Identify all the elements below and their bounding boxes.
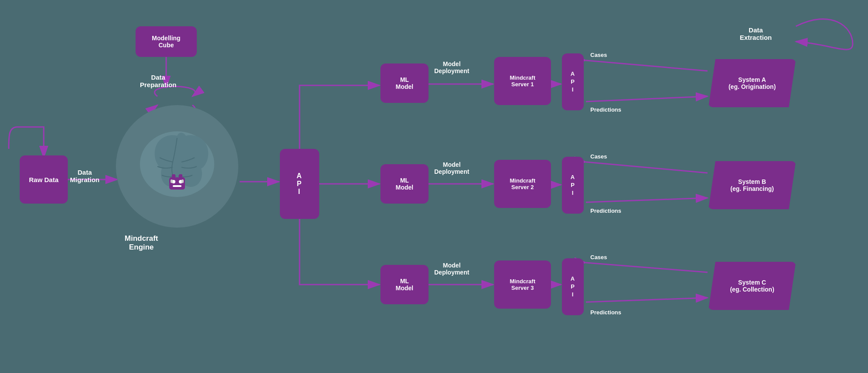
- svg-line-17: [586, 298, 708, 302]
- modelling-cube-box: ModellingCube: [136, 26, 197, 57]
- modelling-cube-label: ModellingCube: [152, 35, 180, 49]
- system-a-label: System A(eg. Origination): [729, 76, 776, 90]
- api-center-box: API: [280, 149, 319, 219]
- svg-line-14: [586, 263, 708, 272]
- mc-server-3-label: MindcraftServer 3: [510, 278, 536, 291]
- api-side-2-label: API: [571, 173, 575, 197]
- raw-data-label: Raw Data: [29, 176, 59, 183]
- mc-server-1-label: MindcraftServer 1: [510, 74, 536, 88]
- mc-server-1-box: MindcraftServer 1: [494, 57, 551, 105]
- ml-model-3-label: MLModel: [396, 278, 413, 292]
- diagram-container: Raw Data ModellingCube DataPreparation: [0, 0, 868, 373]
- system-c-box: System C(eg. Collection): [708, 262, 796, 310]
- svg-rect-19: [169, 177, 185, 190]
- svg-rect-20: [172, 174, 175, 179]
- brain-circle: [116, 105, 238, 228]
- data-migration-label: DataMigration: [70, 169, 100, 183]
- svg-rect-24: [173, 185, 181, 187]
- cases-2-label: Cases: [590, 153, 607, 160]
- ml-model-3-box: MLModel: [380, 265, 429, 304]
- raw-data-box: Raw Data: [20, 155, 68, 204]
- model-deployment-1-label: ModelDeployment: [434, 60, 469, 74]
- cases-1-label: Cases: [590, 52, 607, 58]
- svg-rect-26: [181, 179, 184, 183]
- system-b-label: System B(eg. Financing): [730, 178, 774, 192]
- cases-3-label: Cases: [590, 254, 607, 260]
- mindcraft-engine-label: MindcraftEngine: [125, 234, 158, 252]
- svg-rect-25: [171, 179, 173, 183]
- system-a-box: System A(eg. Origination): [708, 59, 796, 107]
- mc-server-2-label: MindcraftServer 2: [510, 177, 536, 190]
- svg-line-12: [586, 60, 708, 71]
- api-center-label: API: [296, 172, 303, 196]
- ml-model-2-box: MLModel: [380, 164, 429, 204]
- data-preparation-label: DataPreparation: [140, 74, 176, 88]
- brain-icon: [133, 127, 221, 206]
- system-b-box: System B(eg. Financing): [708, 161, 796, 209]
- predictions-2-label: Predictions: [590, 208, 621, 214]
- predictions-3-label: Predictions: [590, 309, 621, 316]
- model-deployment-3-label: ModelDeployment: [434, 262, 469, 276]
- api-side-2-box: API: [562, 157, 584, 214]
- api-side-3-box: API: [562, 258, 584, 315]
- api-side-1-box: API: [562, 53, 584, 110]
- svg-rect-21: [179, 174, 182, 179]
- api-side-3-label: API: [571, 275, 575, 299]
- data-extraction-label: DataExtraction: [740, 26, 772, 41]
- ml-model-2-label: MLModel: [396, 177, 413, 191]
- mc-server-2-box: MindcraftServer 2: [494, 160, 551, 208]
- mc-server-3-box: MindcraftServer 3: [494, 260, 551, 309]
- system-c-label: System C(eg. Collection): [730, 279, 774, 293]
- svg-line-15: [586, 96, 708, 102]
- model-deployment-2-label: ModelDeployment: [434, 161, 469, 175]
- brain-container: [116, 105, 238, 228]
- api-side-1-label: API: [571, 70, 575, 94]
- ml-model-1-label: MLModel: [396, 76, 413, 90]
- svg-line-16: [586, 198, 708, 202]
- ml-model-1-box: MLModel: [380, 63, 429, 103]
- svg-line-13: [586, 162, 708, 173]
- predictions-1-label: Predictions: [590, 106, 621, 113]
